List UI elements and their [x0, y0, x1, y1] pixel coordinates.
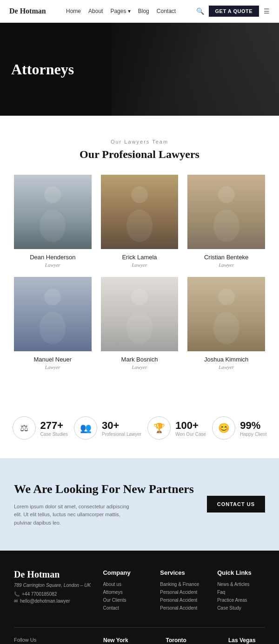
footer: De Hotman 789 Carrington Square, London … [0, 551, 279, 644]
follow-us-label: Follow Us [14, 637, 94, 643]
nav-home[interactable]: Home [66, 8, 81, 14]
svg-point-4 [218, 186, 235, 203]
svg-point-2 [131, 186, 148, 203]
person-silhouette [208, 182, 245, 242]
stat-icon: 👥 [74, 416, 97, 440]
footer-lasvegas-col: Las Vegas 📞 +44 7700185082 ✉ info@dehotm… [228, 637, 279, 644]
person-silhouette [121, 284, 158, 344]
lawyer-role: Lawyer [187, 364, 265, 370]
footer-social-col: Follow Us f t in ▶ ig [14, 637, 94, 644]
footer-newyork-col: New York 📞 +44 7700185082 ✉ info@dehotma… [103, 637, 156, 644]
lawyer-photo [14, 277, 92, 351]
lawyers-grid: Dean Henderson Lawyer Erick Lamela Lawye… [14, 175, 265, 370]
nav-pages[interactable]: Pages ▾ [110, 8, 130, 14]
stat-number: 99% [240, 420, 266, 432]
menu-icon[interactable]: ☰ [264, 7, 270, 15]
quote-button[interactable]: GET A QUOTE [209, 6, 259, 17]
lawyer-role: Lawyer [101, 364, 179, 370]
stat-number: 100+ [175, 420, 206, 432]
brand-logo[interactable]: De Hotman [9, 7, 46, 15]
service-link[interactable]: Personal Accident [160, 598, 208, 603]
svg-point-11 [213, 312, 239, 344]
service-link[interactable]: Personal Accident [160, 605, 208, 611]
stat-item: 👥 30+ Profesional Lawyer [74, 416, 141, 440]
lawyer-photo-inner [14, 175, 92, 249]
person-silhouette [34, 284, 71, 344]
contact-button[interactable]: CONTACT US [207, 496, 265, 513]
lawyer-name: Joshua Kimmich [187, 356, 265, 363]
stat-text: 99% Happy Client [240, 420, 266, 437]
lawyer-role: Lawyer [101, 262, 179, 268]
lawyer-photo-inner [14, 277, 92, 351]
footer-company-col: Company About usAttorneysOur ClientsCont… [103, 569, 151, 613]
quick-link[interactable]: Faq [217, 590, 265, 595]
service-link[interactable]: Personal Accident [160, 590, 208, 595]
services-col-title: Services [160, 569, 208, 576]
email-icon: ✉ [14, 598, 18, 604]
cta-section: We Are Looking For New Partners Lorem ip… [0, 458, 279, 551]
phone-icon: 📞 [14, 591, 20, 597]
service-link[interactable]: Banking & Finance [160, 582, 208, 587]
cta-title: We Are Looking For New Partners [14, 481, 198, 497]
stat-icon: 🏆 [147, 416, 171, 440]
company-col-title: Company [103, 569, 151, 576]
nav-about[interactable]: About [88, 8, 103, 14]
lawyer-card: Cristian Benteke Lawyer [187, 175, 265, 268]
stat-label: Happy Client [240, 432, 266, 437]
hero-title: Attorneys [11, 61, 74, 78]
footer-address: 789 Carrington Square, London – UK [14, 583, 93, 588]
lawyer-card: Erick Lamela Lawyer [101, 175, 179, 268]
section-title: Our Profesional Lawyers [14, 148, 265, 161]
nav-links: Home About Pages ▾ Blog Contact [66, 8, 176, 14]
svg-point-7 [40, 312, 66, 344]
quick-link[interactable]: News & Articles [217, 582, 265, 587]
toronto-title: Toronto [166, 637, 219, 644]
lawyer-card: Manuel Neuer Lawyer [14, 277, 92, 370]
lawyer-name: Dean Henderson [14, 254, 92, 261]
footer-services-col: Services Banking & FinancePersonal Accid… [160, 569, 208, 613]
stat-label: Profesional Lawyer [102, 432, 141, 437]
stat-label: Won Our Case [175, 432, 206, 437]
search-icon[interactable]: 🔍 [196, 7, 204, 15]
company-link[interactable]: Attorneys [103, 590, 151, 595]
lawyer-photo [14, 175, 92, 249]
navbar: De Hotman Home About Pages ▾ Blog Contac… [0, 0, 279, 23]
company-link[interactable]: Contact [103, 605, 151, 611]
lawyer-card: Joshua Kimmich Lawyer [187, 277, 265, 370]
lawyer-role: Lawyer [187, 262, 265, 268]
lawyer-name: Erick Lamela [101, 254, 179, 261]
lawyer-photo-inner [187, 277, 265, 351]
nav-contact[interactable]: Contact [157, 8, 176, 14]
lasvegas-title: Las Vegas [228, 637, 279, 644]
nav-blog[interactable]: Blog [138, 8, 149, 14]
stat-label: Case Studies [40, 432, 68, 437]
company-link[interactable]: About us [103, 582, 151, 587]
stat-text: 30+ Profesional Lawyer [102, 420, 141, 437]
quicklinks-col-title: Quick Links [217, 569, 265, 576]
quick-link[interactable]: Practice Areas [217, 598, 265, 603]
lawyer-role: Lawyer [14, 262, 92, 268]
section-subtitle: Our Lawyers Team [14, 139, 265, 145]
svg-point-5 [213, 210, 239, 242]
footer-brand: De Hotman [14, 569, 93, 580]
newyork-title: New York [103, 637, 156, 644]
hero-section: Attorneys [0, 23, 279, 116]
quick-link[interactable]: Case Study [217, 605, 265, 611]
lawyer-name: Cristian Benteke [187, 254, 265, 261]
lawyer-role: Lawyer [14, 364, 92, 370]
quicklinks-links: News & ArticlesFaqPractice AreasCase Stu… [217, 582, 265, 611]
lawyer-photo [101, 175, 179, 249]
footer-toronto-col: Toronto 📞 +44 7700185082 ✉ info@dehotman… [166, 637, 219, 644]
svg-point-8 [131, 289, 148, 305]
lawyer-card: Dean Henderson Lawyer [14, 175, 92, 268]
footer-quicklinks-col: Quick Links News & ArticlesFaqPractice A… [217, 569, 265, 613]
lawyer-photo-inner [187, 175, 265, 249]
company-link[interactable]: Our Clients [103, 598, 151, 603]
stat-number: 277+ [40, 420, 68, 432]
lawyer-photo [101, 277, 179, 351]
navbar-actions: 🔍 GET A QUOTE ☰ [196, 6, 270, 17]
cta-text: We Are Looking For New Partners Lorem ip… [14, 481, 198, 527]
services-links: Banking & FinancePersonal AccidentPerson… [160, 582, 208, 611]
svg-point-0 [44, 186, 61, 203]
company-links: About usAttorneysOur ClientsContact [103, 582, 151, 611]
